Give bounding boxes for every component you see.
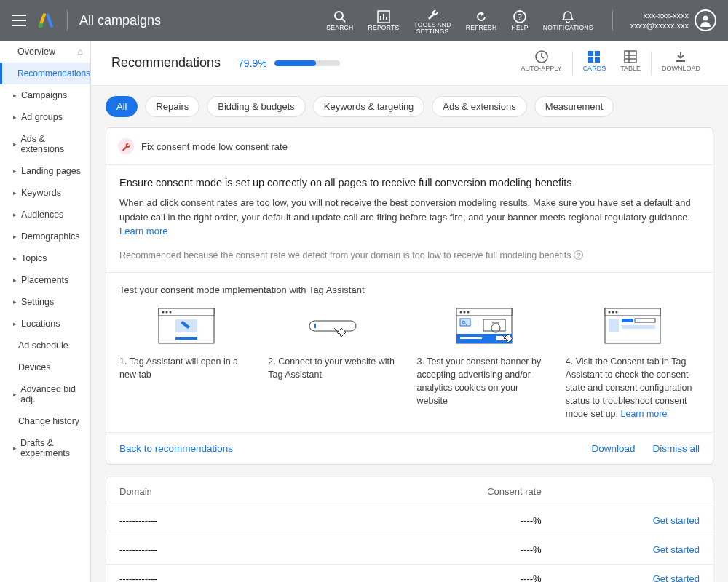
learn-more-link[interactable]: Learn more [621,409,668,419]
cards-view-button[interactable]: CARDS [583,49,606,78]
reports-icon [377,9,390,25]
sidebar-item-landing-pages[interactable]: ▸Landing pages [0,160,90,182]
get-started-link[interactable]: Get started [653,544,700,555]
learn-more-link[interactable]: Learn more [119,226,167,236]
svg-point-36 [615,311,617,313]
sidebar-item-topics[interactable]: ▸Topics [0,247,90,269]
svg-point-22 [459,311,462,313]
chevron-right-icon: ▸ [13,276,17,284]
step-1: 1. Tag Assistant will open in a new tab [119,307,253,421]
svg-point-1 [335,12,343,20]
avatar-icon [695,9,716,31]
svg-point-5 [703,16,708,21]
svg-rect-39 [635,319,655,322]
search-button[interactable]: SEARCH [326,9,353,31]
domains-table: Domain Consent rate ------------ ----% G… [106,477,713,582]
chevron-right-icon: ▸ [13,189,17,196]
chip-ads[interactable]: Ads & extensions [432,96,526,117]
step-4: 4. Visit the Consent tab in Tag Assistan… [566,307,700,421]
table-header: Domain Consent rate [106,477,713,506]
sidebar-item-placements[interactable]: ▸Placements [0,269,90,291]
chip-keywords[interactable]: Keywords & targeting [313,96,425,117]
sidebar-item-ads-extensions[interactable]: ▸Ads & extensions [0,128,90,160]
top-title: All campaigns [79,13,161,28]
card-description: When ad click consent rates are too low,… [119,197,691,223]
reports-button[interactable]: REPORTS [368,9,399,31]
step-4-illustration [566,307,700,345]
refresh-icon [475,9,488,25]
download-link[interactable]: Download [591,443,635,454]
help-icon: ? [513,9,526,25]
sidebar-item-advanced-bid[interactable]: ▸Advanced bid adj. [0,378,90,410]
svg-point-16 [170,311,172,313]
cards-icon [587,49,601,65]
card-banner: Fix consent mode low consent rate [106,128,713,165]
home-icon: ⌂ [77,47,83,57]
sidebar-item-ad-schedule[interactable]: Ad schedule [0,335,90,356]
sidebar-item-settings[interactable]: ▸Settings [0,291,90,313]
svg-rect-40 [622,325,655,329]
menu-icon[interactable] [9,12,29,29]
info-icon[interactable]: ? [574,250,583,260]
svg-rect-7 [588,51,593,56]
chip-repairs[interactable]: Repairs [145,96,199,117]
svg-rect-19 [309,321,356,331]
chevron-right-icon: ▸ [13,233,17,240]
sidebar-item-drafts[interactable]: ▸Drafts & experiments [0,432,90,464]
page-title: Recommendations [111,55,221,71]
google-ads-logo [36,11,55,30]
sidebar-item-audiences[interactable]: ▸Audiences [0,204,90,226]
chevron-right-icon: ▸ [13,211,17,218]
table-row: ------------ ----% Get started [106,565,713,582]
refresh-button[interactable]: REFRESH [466,9,497,31]
back-link[interactable]: Back to recommendations [119,443,233,454]
account-info[interactable]: xxx-xxx-xxxxxxxx@xxxxx.xxx [630,9,716,31]
table-view-button[interactable]: TABLE [620,49,641,78]
top-bar: All campaigns SEARCH REPORTS TOOLS AND S… [0,0,728,41]
sidebar-item-demographics[interactable]: ▸Demographics [0,226,90,247]
steps-section: Test your consent mode implementation wi… [106,273,713,433]
chevron-right-icon: ▸ [13,255,17,262]
bell-icon [561,9,574,25]
sidebar-item-ad-groups[interactable]: ▸Ad groups [0,106,90,128]
chip-measurement[interactable]: Measurement [534,96,614,117]
step-2-illustration [268,307,402,345]
download-button[interactable]: DOWNLOAD [662,49,700,78]
get-started-link[interactable]: Get started [653,573,700,582]
optimization-score: 79.9% [238,57,267,69]
table-row: ------------ ----% Get started [106,535,713,565]
table-row: ------------ ----% Get started [106,506,713,535]
chip-bidding[interactable]: Bidding & budgets [207,96,306,117]
chevron-right-icon: ▸ [13,167,17,175]
recommendation-card: Fix consent mode low consent rate Ensure… [106,127,713,465]
notifications-button[interactable]: NOTIFICATIONS [543,9,593,31]
svg-rect-30 [460,337,482,339]
chevron-right-icon: ▸ [13,113,17,121]
chip-all[interactable]: All [106,96,138,117]
chevron-right-icon: ▸ [13,320,17,327]
svg-point-0 [39,23,43,28]
sidebar-item-campaigns[interactable]: ▸Campaigns [0,84,90,106]
tools-settings-button[interactable]: TOOLS AND SETTINGS [414,6,451,36]
svg-rect-38 [622,319,633,322]
svg-rect-8 [595,51,600,56]
sidebar-item-keywords[interactable]: ▸Keywords [0,182,90,204]
step-3-illustration [417,307,551,345]
sidebar-item-locations[interactable]: ▸Locations [0,313,90,335]
sidebar-item-recommendations[interactable]: Recommendations [0,63,90,84]
sidebar-item-overview[interactable]: Overview⌂ [0,41,90,63]
sidebar-item-devices[interactable]: Devices [0,356,90,378]
svg-point-24 [467,311,469,313]
svg-text:?: ? [518,12,522,21]
recommendation-reason: Recommended because the consent rate we … [119,250,700,260]
get-started-link[interactable]: Get started [653,515,700,526]
card-footer: Back to recommendations Download Dismiss… [106,432,713,464]
auto-apply-button[interactable]: AUTO-APPLY [521,49,561,78]
svg-point-23 [463,311,465,313]
dismiss-all-link[interactable]: Dismiss all [652,443,700,454]
filter-chips: All Repairs Bidding & budgets Keywords &… [91,86,728,127]
main-content: Recommendations 79.9% AUTO-APPLY CARDS T… [91,41,728,582]
wrench-icon [118,138,134,154]
sidebar-item-change-history[interactable]: Change history [0,410,90,432]
help-button[interactable]: ?HELP [511,9,528,31]
